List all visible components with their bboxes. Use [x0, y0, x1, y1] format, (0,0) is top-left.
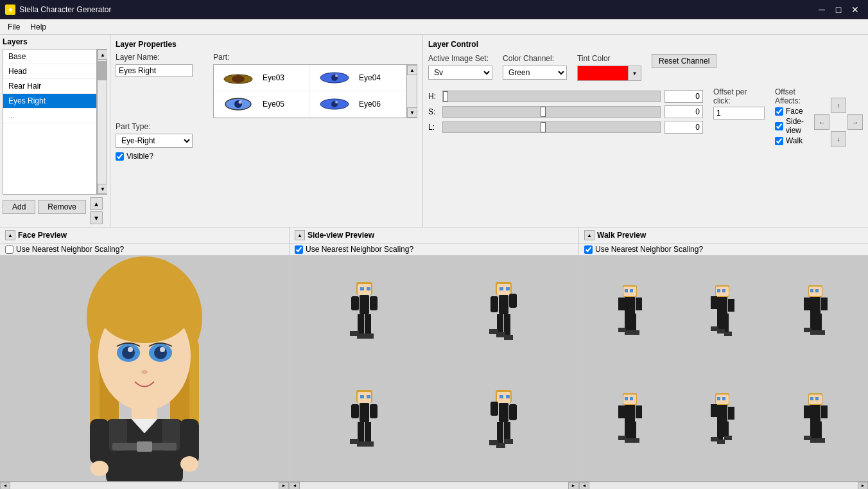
face-scroll-track [10, 483, 279, 489]
layer-item-base[interactable]: Base [3, 49, 96, 64]
side-nn-checkbox[interactable] [295, 245, 303, 254]
add-layer-button[interactable]: Add [3, 200, 35, 214]
walk-scroll-left[interactable]: ◄ [579, 482, 589, 490]
face-nn-checkbox[interactable] [5, 245, 13, 254]
svg-rect-38 [360, 287, 364, 290]
eye03-label: Eye03 [263, 73, 284, 82]
layer-item-extra[interactable]: ... [3, 109, 96, 123]
layer-item-head[interactable]: Head [3, 64, 96, 79]
offset-per-click-input[interactable] [713, 107, 765, 120]
minimize-button[interactable]: ─ [814, 2, 829, 17]
svg-rect-78 [509, 404, 517, 420]
side-scroll-right[interactable]: ► [568, 482, 578, 490]
offset-down-button[interactable]: ↓ [831, 131, 846, 147]
offset-left-button[interactable]: ← [814, 114, 829, 130]
offset-walk-row: Walk [775, 136, 804, 145]
menu-file[interactable]: File [3, 21, 25, 33]
h-slider[interactable] [442, 91, 661, 102]
walk-scroll-right[interactable]: ► [858, 482, 868, 490]
color-channel-col: Color Channel: Red Green Blue Alpha [503, 54, 567, 80]
svg-rect-149 [804, 405, 810, 418]
offset-up-button[interactable]: ↑ [831, 98, 846, 113]
part-item-eye03[interactable]: Eye03 [214, 65, 310, 91]
layer-item-eyes-right[interactable]: Eyes Right [3, 94, 96, 109]
props-row-type: Part Type: Eye-Right Eye-Left Body [116, 122, 417, 148]
offset-sideview-checkbox[interactable] [775, 122, 783, 130]
walk-sprite-6 [794, 387, 839, 458]
side-preview-header: ▲ Side-view Preview [290, 227, 578, 244]
face-scroll-right[interactable]: ► [279, 482, 289, 490]
walk-sprite-grid [579, 256, 868, 481]
part-scroll-up[interactable]: ▲ [407, 65, 417, 75]
side-sprite-grid [290, 256, 578, 481]
walk-sprite-5 [701, 387, 746, 458]
svg-rect-80 [504, 422, 510, 440]
eye06-label: Eye06 [359, 100, 381, 109]
layer-item-rear-hair[interactable]: Rear Hair [3, 79, 96, 94]
visible-row: Visible? [116, 152, 417, 161]
part-item-eye06[interactable]: Eye06 [310, 91, 406, 118]
l-thumb[interactable] [541, 122, 546, 132]
s-slider[interactable] [442, 106, 661, 118]
face-scroll-left[interactable]: ◄ [0, 482, 10, 490]
svg-point-18 [96, 272, 193, 343]
offset-face-checkbox[interactable] [775, 107, 783, 116]
hsl-section: H: S: [428, 90, 703, 134]
part-scroll-down[interactable]: ▼ [407, 107, 417, 118]
part-section: Part: Eye03 [213, 53, 417, 118]
part-item-eye04[interactable]: Eye04 [310, 65, 406, 91]
tint-color-swatch[interactable] [577, 66, 629, 81]
offset-right-button[interactable]: → [847, 114, 863, 130]
layer-move-up[interactable]: ▲ [90, 197, 103, 210]
reset-channel-button[interactable]: Reset Channel [652, 54, 716, 68]
svg-rect-70 [357, 441, 366, 447]
layers-scroll-thumb[interactable] [98, 61, 107, 80]
offset-affects-col: Offset Affects: Face Side-view Walk [775, 87, 804, 147]
face-scroll-up[interactable]: ▲ [5, 230, 15, 240]
color-channel-label: Color Channel: [503, 54, 567, 63]
eye06-preview [315, 95, 354, 113]
active-image-select[interactable]: Sv Face Walk [428, 66, 492, 80]
walk-nn-checkbox[interactable] [584, 245, 593, 254]
side-scroll-left[interactable]: ◄ [290, 482, 300, 490]
svg-rect-128 [630, 422, 636, 438]
svg-rect-32 [90, 419, 109, 464]
maximize-button[interactable]: □ [831, 2, 846, 17]
svg-rect-134 [717, 397, 720, 400]
l-value[interactable] [664, 121, 703, 134]
layer-move-down[interactable]: ▼ [90, 211, 103, 224]
svg-rect-86 [625, 289, 628, 292]
color-channel-select[interactable]: Red Green Blue Alpha [503, 66, 567, 80]
titlebar: ★ Stella Character Generator ─ □ ✕ [0, 0, 868, 19]
offset-walk-checkbox[interactable] [775, 137, 783, 145]
svg-rect-138 [728, 407, 734, 420]
tint-color-dropdown[interactable]: ▼ [629, 66, 641, 81]
s-value[interactable] [664, 105, 703, 118]
layers-scroll-track [98, 60, 107, 184]
s-thumb[interactable] [541, 107, 546, 117]
layers-scroll-down[interactable]: ▼ [98, 184, 107, 194]
svg-rect-43 [358, 314, 364, 333]
layer-name-input[interactable] [116, 64, 193, 77]
svg-rect-51 [506, 287, 510, 290]
side-scroll-up[interactable]: ▲ [295, 230, 305, 240]
face-preview-art [55, 256, 234, 481]
svg-rect-130 [625, 438, 632, 443]
walk-scroll-up[interactable]: ▲ [584, 230, 595, 240]
close-button[interactable]: ✕ [847, 2, 863, 17]
svg-rect-102 [728, 299, 734, 312]
part-type-select[interactable]: Eye-Right Eye-Left Body [116, 134, 193, 148]
titlebar-left: ★ Stella Character Generator [5, 4, 111, 15]
titlebar-controls[interactable]: ─ □ ✕ [814, 2, 863, 17]
walk-preview-header: ▲ Walk Preview [579, 227, 868, 244]
layers-scroll-up[interactable]: ▲ [98, 49, 107, 60]
side-scroll-track [300, 483, 568, 489]
h-thumb[interactable] [443, 91, 448, 102]
visible-checkbox[interactable] [116, 152, 124, 161]
h-value[interactable] [664, 90, 703, 103]
menu-help[interactable]: Help [25, 21, 51, 33]
part-item-eye05[interactable]: Eye05 [214, 91, 310, 118]
l-slider[interactable] [442, 121, 661, 133]
remove-layer-button[interactable]: Remove [38, 200, 86, 214]
svg-rect-67 [358, 422, 364, 441]
